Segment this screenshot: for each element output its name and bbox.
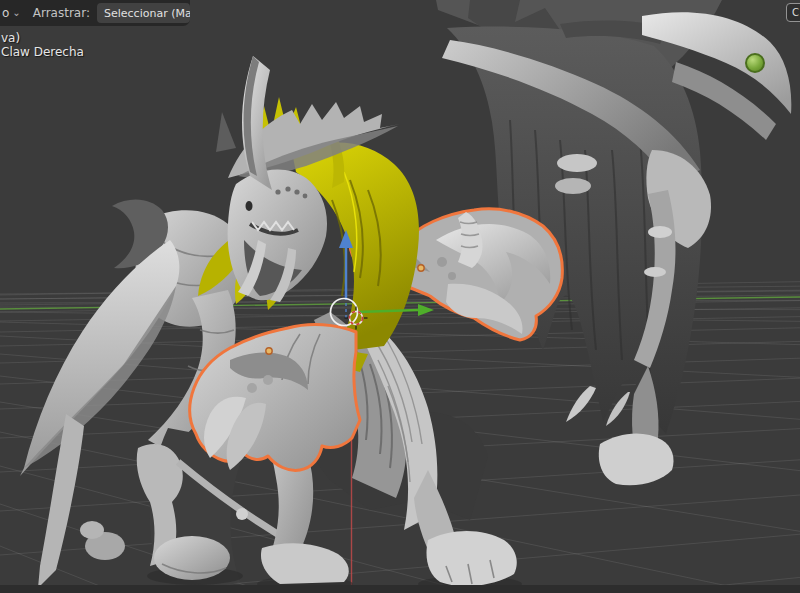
- viewport-canvas[interactable]: [0, 0, 800, 593]
- mode-dropdown-label: o: [2, 6, 9, 20]
- bone-origin-dot: [418, 265, 424, 271]
- corner-button-partial[interactable]: C: [786, 3, 800, 22]
- mode-dropdown-partial[interactable]: o ⌄: [0, 6, 21, 20]
- overlay-line-collection: va): [1, 31, 84, 45]
- drag-label: Arrastrar:: [33, 6, 90, 20]
- corner-button-label: C: [792, 7, 799, 18]
- tool-header: o ⌄ Arrastrar: Seleccionar (Mar... ⌄: [0, 0, 190, 26]
- overlay-line-object: Claw Derecha: [1, 45, 84, 59]
- chevron-down-icon: ⌄: [12, 8, 20, 18]
- select-mode-dropdown[interactable]: Seleccionar (Mar... ⌄: [97, 3, 190, 23]
- nav-gizmo-axis-ball[interactable]: [745, 53, 765, 73]
- bottom-panel-edge: [0, 585, 800, 593]
- select-mode-label: Seleccionar (Mar...: [104, 7, 190, 20]
- bone-origin-dot: [266, 348, 272, 354]
- blender-3d-viewport[interactable]: o ⌄ Arrastrar: Seleccionar (Mar... ⌄ va)…: [0, 0, 800, 593]
- viewport-overlay-info: va) Claw Derecha: [1, 31, 84, 59]
- hind-hoof: [599, 434, 674, 486]
- eye: [246, 201, 253, 211]
